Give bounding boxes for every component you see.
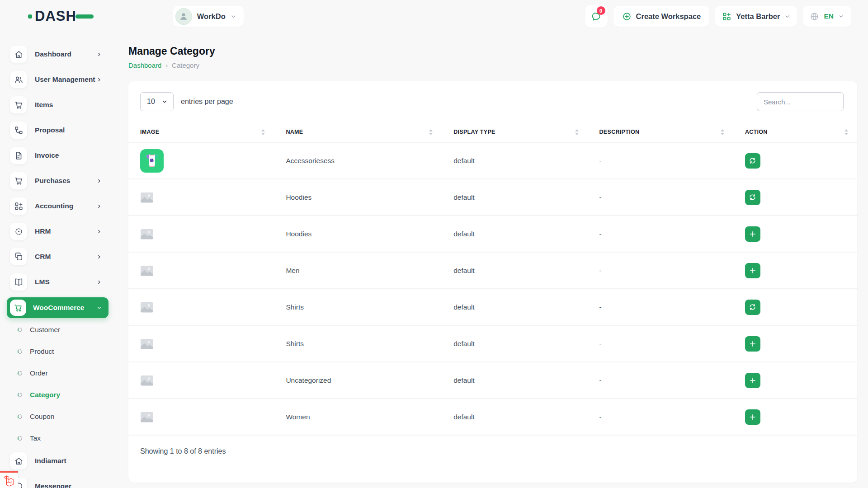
laravel-debugbar-toggle[interactable] xyxy=(0,471,18,488)
cell-description: - xyxy=(588,193,733,202)
logo-text: DASH xyxy=(35,8,76,24)
entries-per-page-value: 10 xyxy=(147,98,155,106)
target-icon xyxy=(10,223,27,240)
cell-name: Uncategorized xyxy=(274,376,442,385)
sidebar-item-items[interactable]: Items xyxy=(0,95,116,115)
sidebar-item-indiamart[interactable]: Indiamart xyxy=(0,451,116,471)
sidebar-item-label: Accounting xyxy=(35,202,73,210)
category-sync-button[interactable] xyxy=(745,190,760,205)
copy-icon xyxy=(10,248,27,265)
sidebar-item-dashboard[interactable]: Dashboard xyxy=(0,44,116,64)
table-row: Womendefault- xyxy=(128,399,857,436)
dashed-circle-icon xyxy=(17,349,23,354)
cell-name: Hoodies xyxy=(274,230,442,238)
create-workspace-button[interactable]: Create Workspace xyxy=(613,6,710,27)
category-add-button[interactable] xyxy=(745,226,760,242)
sort-arrows-icon xyxy=(429,129,433,135)
cell-display-type: default xyxy=(442,376,587,385)
sidebar-item-label: Purchases xyxy=(35,177,70,185)
sidebar-subitem-customer[interactable]: Customer xyxy=(0,321,116,339)
table-controls: 10 entries per page xyxy=(128,81,857,111)
cell-name: Women xyxy=(274,413,442,421)
sidebar-item-crm[interactable]: CRM xyxy=(0,247,116,267)
logo-dot xyxy=(28,14,32,19)
refresh-icon xyxy=(749,157,756,164)
plus-icon xyxy=(749,340,756,347)
column-header-display-type[interactable]: DISPLAY TYPE xyxy=(442,122,587,142)
image-placeholder-icon xyxy=(140,265,154,276)
refresh-icon xyxy=(749,303,756,311)
chevron-down-icon xyxy=(96,305,102,311)
cell-action xyxy=(733,263,857,278)
sidebar-subitem-coupon[interactable]: Coupon xyxy=(0,408,116,426)
cell-image xyxy=(128,192,274,203)
entries-per-page-label: entries per page xyxy=(181,98,233,106)
sidebar-item-lms[interactable]: LMS xyxy=(0,272,116,292)
plus-circle-icon xyxy=(622,12,632,21)
column-header-action[interactable]: ACTION xyxy=(733,122,857,142)
refresh-icon xyxy=(749,193,756,201)
category-add-button[interactable] xyxy=(745,373,760,388)
chat-button[interactable]: 0 xyxy=(585,5,608,28)
table-body: Accessoriesessdefault-Hoodiesdefault-Hoo… xyxy=(128,143,857,436)
column-header-description[interactable]: DESCRIPTION xyxy=(588,122,733,142)
chevron-down-icon xyxy=(838,14,844,19)
home-icon xyxy=(10,452,27,469)
cell-display-type: default xyxy=(442,303,587,311)
cart-icon xyxy=(10,96,27,113)
category-sync-button[interactable] xyxy=(745,300,760,315)
cell-display-type: default xyxy=(442,267,587,275)
cell-action xyxy=(733,226,857,242)
sidebar-item-user-management[interactable]: User Management xyxy=(0,70,116,89)
column-header-name[interactable]: NAME xyxy=(274,122,442,142)
sidebar-subitem-label: Customer xyxy=(30,326,60,334)
grid-plus-icon xyxy=(10,197,27,215)
category-add-button[interactable] xyxy=(745,409,760,425)
table-row: Uncategorizeddefault- xyxy=(128,362,857,399)
user-menu[interactable]: Yetta Barber xyxy=(715,6,797,27)
column-header-image[interactable]: IMAGE xyxy=(128,122,274,142)
table-row: Mendefault- xyxy=(128,253,857,289)
sort-arrows-icon xyxy=(721,129,724,135)
entries-per-page-select[interactable]: 10 xyxy=(140,92,174,111)
sidebar-item-woocommerce[interactable]: WooCommerce xyxy=(7,297,108,318)
language-selector[interactable]: EN xyxy=(803,6,851,27)
cell-description: - xyxy=(588,303,733,311)
globe-icon xyxy=(810,12,819,21)
sidebar-item-proposal[interactable]: Proposal xyxy=(0,120,116,140)
sidebar-item-hrm[interactable]: HRM xyxy=(0,221,116,241)
chevron-right-icon xyxy=(96,52,102,57)
sidebar-item-invoice[interactable]: Invoice xyxy=(0,145,116,165)
sidebar-subitem-order[interactable]: Order xyxy=(0,364,116,382)
sidebar-item-label: User Management xyxy=(35,75,95,84)
user-name: Yetta Barber xyxy=(736,12,780,21)
sidebar-item-label: Invoice xyxy=(35,151,59,160)
sidebar-subitem-product[interactable]: Product xyxy=(0,343,116,361)
sidebar-item-accounting[interactable]: Accounting xyxy=(0,196,116,216)
cell-image xyxy=(128,265,274,276)
sidebar-subitem-category[interactable]: Category xyxy=(0,386,116,404)
sort-arrows-icon xyxy=(844,129,848,135)
top-header: DASH WorkDo 0 Create Workspac xyxy=(0,0,868,33)
cell-name: Hoodies xyxy=(274,193,442,202)
workspace-switcher[interactable]: WorkDo xyxy=(173,6,244,27)
grid-plus-icon xyxy=(722,12,731,21)
dashed-circle-icon xyxy=(17,371,23,376)
plus-icon xyxy=(749,230,756,238)
sidebar-subitem-tax[interactable]: Tax xyxy=(0,429,116,447)
dash-logo: DASH xyxy=(28,8,94,24)
users-icon xyxy=(10,71,27,88)
category-add-button[interactable] xyxy=(745,336,760,352)
workflow-icon xyxy=(10,122,27,139)
sidebar-item-purchases[interactable]: Purchases xyxy=(0,171,116,191)
breadcrumb-dashboard-link[interactable]: Dashboard xyxy=(128,61,161,69)
home-icon xyxy=(10,46,27,63)
category-sync-button[interactable] xyxy=(745,153,760,169)
sidebar-item-label: HRM xyxy=(35,227,51,235)
category-add-button[interactable] xyxy=(745,263,760,278)
breadcrumb-separator: › xyxy=(165,62,168,69)
page-title: Manage Category xyxy=(128,45,857,57)
image-placeholder-icon xyxy=(140,338,154,349)
language-code: EN xyxy=(824,12,834,20)
search-input[interactable] xyxy=(757,92,844,111)
